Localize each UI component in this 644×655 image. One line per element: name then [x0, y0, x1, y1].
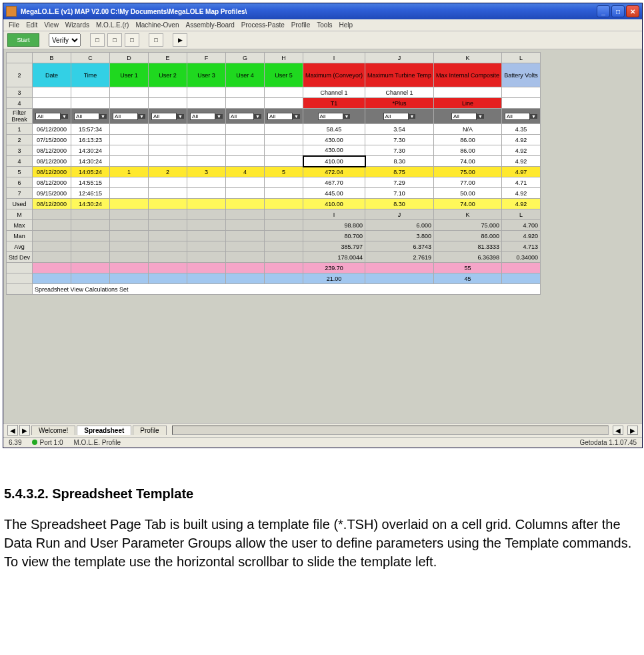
tool-button-4[interactable]: □ — [149, 33, 163, 47]
hdr-maxconv[interactable]: Maximum (Conveyor) — [303, 63, 365, 87]
filter-B[interactable]: All▼ — [33, 109, 71, 124]
pink-row[interactable]: 239.70 55 — [7, 263, 541, 273]
menu-profile[interactable]: Profile — [291, 21, 310, 29]
status-right: Getodata 1.1.07.45 — [579, 439, 637, 446]
stat-row[interactable]: Std Dev178.00442.76196.363980.34000 — [7, 252, 541, 263]
menu-view[interactable]: View — [44, 21, 59, 29]
table-row[interactable]: 207/15/200016:13:23430.007.3086.004.92 — [7, 135, 541, 145]
hdr-u2[interactable]: User 2 — [149, 63, 187, 87]
tool-button-3[interactable]: □ — [125, 33, 139, 47]
table-row[interactable]: 508/12/200014:05:2412345472.048.7575.004… — [7, 167, 541, 177]
hdr-maxcomp[interactable]: Max Internal Composite — [433, 63, 501, 87]
status-port: Port 1:0 — [32, 439, 63, 446]
stat-row[interactable]: Max98.8006.00075.0004.700 — [7, 220, 541, 231]
col-E[interactable]: E — [149, 53, 187, 63]
start-button[interactable]: Start — [7, 33, 39, 47]
hdr2-j[interactable]: Channel 1 — [365, 87, 434, 98]
app-window: MegaLO.L.E (v1) MAP V2.00 C:\My Document… — [3, 3, 643, 448]
filter-G[interactable]: All▼ — [226, 109, 265, 124]
col-G[interactable]: G — [226, 53, 265, 63]
title-bar[interactable]: MegaLO.L.E (v1) MAP V2.00 C:\My Document… — [3, 3, 642, 19]
table-row[interactable]: 308/12/200014:30:24430.007.3086.004.92 — [7, 145, 541, 156]
menu-edit[interactable]: Edit — [26, 21, 37, 29]
blue-row[interactable]: 21.00 45 — [7, 273, 541, 284]
hdr3-j[interactable]: *Plus — [365, 98, 434, 109]
spreadsheet[interactable]: B C D E F G H I J K L 2 Date Time — [6, 52, 541, 295]
hdr-maxturb[interactable]: Maximum Turbine Temp — [365, 63, 434, 87]
tab-scroll-end-left[interactable]: ◀ — [613, 426, 623, 435]
hdr-u4[interactable]: User 4 — [226, 63, 265, 87]
menu-assembly[interactable]: Assembly-Board — [185, 21, 234, 29]
filter-I[interactable]: All▼ — [303, 109, 365, 124]
footer-row[interactable]: Spreadsheet View Calculations Set — [7, 284, 541, 295]
tab-scroll-right[interactable]: ▶ — [19, 425, 30, 436]
col-H[interactable]: H — [265, 53, 303, 63]
table-row[interactable]: 106/12/200015:57:3458.453.54N/A4.35 — [7, 124, 541, 135]
filter-F[interactable]: All▼ — [187, 109, 226, 124]
row-head-2[interactable]: 2 — [7, 63, 33, 87]
used-row[interactable]: Used 08/12/2000 14:30:24 410.00 8.30 74.… — [7, 199, 541, 209]
filter-J[interactable]: All▼ — [365, 109, 434, 124]
table-row[interactable]: 709/15/200012:46:15445.007.1050.004.92 — [7, 188, 541, 199]
stat-row[interactable]: Man80.7003.80086.0004.920 — [7, 231, 541, 241]
tool-button-2[interactable]: □ — [107, 33, 122, 47]
horizontal-scrollbar[interactable] — [172, 426, 609, 435]
tool-button-1[interactable]: □ — [90, 33, 105, 47]
col-B[interactable]: B — [33, 53, 71, 63]
col-J[interactable]: J — [365, 53, 434, 63]
tab-scroll-end-right[interactable]: ▶ — [627, 426, 638, 435]
col-F[interactable]: F — [187, 53, 226, 63]
hdr-u5[interactable]: User 5 — [265, 63, 303, 87]
tab-scroll-left[interactable]: ◀ — [7, 425, 18, 436]
menu-bar: File Edit View Wizards M.O.L.E.(r) Machi… — [3, 19, 642, 31]
section-paragraph: The Spreadsheet Page Tab is built using … — [4, 515, 640, 571]
hdr-batt[interactable]: Battery Volts — [501, 63, 540, 87]
filter-L[interactable]: All▼ — [501, 109, 540, 124]
status-version: 6.39 — [9, 439, 21, 446]
menu-help[interactable]: Help — [339, 21, 353, 29]
toolbar: Start Verify □ □ □ □ ▶ — [3, 31, 642, 49]
filter-head[interactable]: FilterBreak — [7, 109, 33, 124]
app-icon — [6, 6, 17, 17]
tab-welcome[interactable]: Welcome! — [31, 426, 75, 435]
hdr2-i[interactable]: Channel 1 — [303, 87, 365, 98]
status-bar: 6.39 Port 1:0 M.O.L.E. Profile Getodata … — [3, 437, 642, 448]
hdr-date[interactable]: Date — [33, 63, 71, 87]
section-heading: 5.4.3.2. Spreadsheet Template — [4, 484, 640, 503]
maximize-button[interactable]: □ — [611, 5, 625, 17]
row-head-3[interactable]: 3 — [7, 87, 33, 98]
hdr3-k[interactable]: Line — [433, 98, 501, 109]
menu-mole[interactable]: M.O.L.E.(r) — [96, 21, 129, 29]
tab-profile[interactable]: Profile — [133, 426, 166, 435]
footer-text[interactable]: Spreadsheet View Calculations Set — [33, 284, 541, 295]
col-I[interactable]: I — [303, 53, 365, 63]
minimize-button[interactable]: _ — [597, 5, 610, 17]
stat-row[interactable]: Avg385.7976.374381.33334.713 — [7, 241, 541, 252]
filter-D[interactable]: All▼ — [110, 109, 149, 124]
filter-C[interactable]: All▼ — [71, 109, 110, 124]
table-row[interactable]: 408/12/200014:30:24410.008.3074.004.92 — [7, 156, 541, 167]
filter-K[interactable]: All▼ — [433, 109, 501, 124]
hdr-u3[interactable]: User 3 — [187, 63, 226, 87]
menu-machine[interactable]: Machine-Oven — [135, 21, 179, 29]
row-head-4[interactable]: 4 — [7, 98, 33, 109]
menu-file[interactable]: File — [9, 21, 19, 29]
hdr3-i[interactable]: T1 — [303, 98, 365, 109]
hdr-u1[interactable]: User 1 — [110, 63, 149, 87]
col-K[interactable]: K — [433, 53, 501, 63]
filter-H[interactable]: All▼ — [265, 109, 303, 124]
verify-select[interactable]: Verify — [49, 33, 81, 47]
col-D[interactable]: D — [110, 53, 149, 63]
tool-button-5[interactable]: ▶ — [173, 33, 187, 47]
filter-E[interactable]: All▼ — [149, 109, 187, 124]
menu-wizards[interactable]: Wizards — [65, 21, 89, 29]
col-C[interactable]: C — [71, 53, 110, 63]
menu-process[interactable]: Process-Paste — [241, 21, 285, 29]
hdr-time[interactable]: Time — [71, 63, 110, 87]
col-L[interactable]: L — [501, 53, 540, 63]
tab-spreadsheet[interactable]: Spreadsheet — [77, 426, 131, 435]
close-button[interactable]: ✕ — [626, 5, 639, 17]
menu-tools[interactable]: Tools — [317, 21, 332, 29]
table-row[interactable]: 608/12/200014:55:15467.707.2977.004.71 — [7, 177, 541, 188]
stat-header-row[interactable]: MIJKL — [7, 209, 541, 220]
